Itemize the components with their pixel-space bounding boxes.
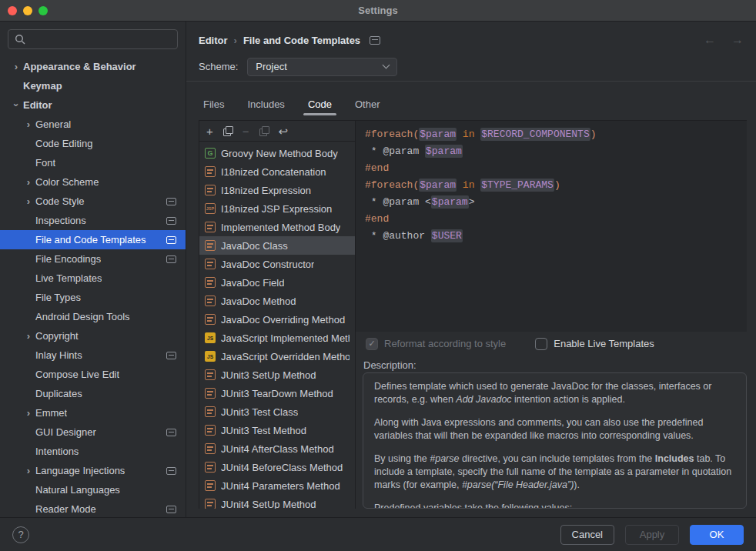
sidebar-item-appearance-behavior[interactable]: ›Appearance & Behavior — [0, 57, 186, 76]
scheme-select[interactable]: Project — [247, 58, 397, 76]
sidebar-item-label: Keymap — [23, 80, 62, 92]
template-item-junit4-beforeclass-method[interactable]: JUnit4 BeforeClass Method — [199, 458, 355, 476]
sidebar-item-code-editing[interactable]: Code Editing — [0, 134, 186, 153]
sidebar-item-color-scheme[interactable]: ›Color Scheme — [0, 172, 186, 192]
sidebar-item-duplicates[interactable]: Duplicates — [0, 384, 186, 403]
sidebar-item-label: Inspections — [35, 215, 86, 226]
sidebar-item-inspections[interactable]: Inspections — [0, 211, 186, 230]
chevron-down-icon[interactable]: › — [12, 99, 22, 112]
chevron-right-icon[interactable]: › — [9, 62, 23, 72]
template-item-javadoc-constructor[interactable]: JavaDoc Constructor — [199, 255, 355, 273]
reset-to-default-button[interactable]: ↩ — [279, 125, 289, 137]
scheme-label: Scheme: — [199, 61, 238, 72]
template-editor[interactable]: #foreach($param in $RECORD_COMPONENTS) *… — [356, 121, 747, 332]
template-item-label: JavaDoc Method — [221, 296, 296, 307]
sidebar-item-natural-languages[interactable]: Natural Languages — [0, 480, 186, 499]
screen-icon — [166, 429, 176, 436]
sidebar-item-reader-mode[interactable]: Reader Mode — [0, 499, 186, 517]
sidebar-item-inlay-hints[interactable]: Inlay Hints — [0, 346, 186, 365]
template-item-javascript-overridden-method[interactable]: JSJavaScript Overridden Method — [199, 347, 355, 366]
template-item-javadoc-overriding-method[interactable]: JavaDoc Overriding Method — [199, 310, 355, 329]
apply-button[interactable]: Apply — [625, 525, 679, 545]
search-icon — [15, 34, 25, 45]
ok-button[interactable]: OK — [690, 525, 744, 545]
template-item-junit3-test-method[interactable]: JUnit3 Test Method — [199, 421, 355, 439]
reformat-label[interactable]: Reformat according to style — [384, 338, 506, 349]
back-arrow-icon[interactable]: ← — [704, 33, 716, 47]
tab-other[interactable]: Other — [350, 99, 385, 120]
sidebar-item-copyright[interactable]: ›Copyright — [0, 326, 186, 346]
sidebar-item-compose-live-edit[interactable]: Compose Live Edit — [0, 365, 186, 384]
close-window-button[interactable] — [8, 6, 17, 15]
sidebar-item-language-injections[interactable]: ›Language Injections — [0, 461, 186, 480]
template-item-junit3-setup-method[interactable]: JUnit3 SetUp Method — [199, 366, 355, 384]
template-item-label: JavaScript Implemented Method — [221, 332, 350, 344]
remove-template-button[interactable]: − — [243, 125, 249, 137]
copy-template-button[interactable] — [223, 126, 232, 135]
chevron-right-icon[interactable]: › — [22, 119, 35, 129]
sidebar-item-file-types[interactable]: File Types — [0, 288, 186, 307]
add-template-button[interactable]: + — [206, 125, 213, 137]
template-item-label: Groovy New Method Body — [221, 148, 338, 159]
template-file-icon — [205, 480, 216, 491]
sidebar-item-emmet[interactable]: ›Emmet — [0, 403, 186, 422]
template-item-javascript-implemented-method[interactable]: JSJavaScript Implemented Method — [199, 329, 355, 347]
forward-arrow-icon[interactable]: → — [731, 33, 744, 47]
sidebar-item-live-templates[interactable]: Live Templates — [0, 269, 186, 288]
tab-files[interactable]: Files — [199, 99, 229, 120]
screen-icon — [166, 352, 176, 359]
tab-includes[interactable]: Includes — [243, 99, 289, 120]
reformat-checkbox[interactable]: ✓ — [366, 338, 378, 350]
template-item-groovy-new-method-body[interactable]: GGroovy New Method Body — [199, 144, 355, 162]
template-item-javadoc-field[interactable]: JavaDoc Field — [199, 273, 355, 292]
template-item-junit4-parameters-method[interactable]: JUnit4 Parameters Method — [199, 476, 355, 495]
cancel-button[interactable]: Cancel — [560, 525, 614, 545]
template-item-javadoc-method[interactable]: JavaDoc Method — [199, 292, 355, 310]
template-file-icon — [205, 388, 216, 399]
template-item-i18nized-jsp-expression[interactable]: JSPI18nized JSP Expression — [199, 199, 355, 218]
sidebar-item-keymap[interactable]: Keymap — [0, 76, 186, 95]
live-templates-label[interactable]: Enable Live Templates — [554, 338, 654, 349]
code-line: * @param $param — [365, 143, 739, 160]
chevron-right-icon[interactable]: › — [22, 177, 35, 187]
sidebar-item-general[interactable]: ›General — [0, 115, 186, 134]
template-item-label: JUnit3 TearDown Method — [221, 388, 333, 399]
template-item-implemented-method-body[interactable]: Implemented Method Body — [199, 218, 355, 236]
template-item-i18nized-expression[interactable]: I18nized Expression — [199, 181, 355, 199]
minimize-window-button[interactable] — [23, 6, 32, 15]
template-file-icon — [205, 259, 216, 269]
template-item-junit3-teardown-method[interactable]: JUnit3 TearDown Method — [199, 384, 355, 402]
breadcrumb-editor[interactable]: Editor — [199, 35, 228, 46]
tab-code[interactable]: Code — [303, 99, 336, 120]
sidebar-item-editor[interactable]: ›Editor — [0, 95, 186, 115]
live-templates-checkbox[interactable] — [535, 338, 547, 350]
template-item-label: JavaDoc Constructor — [221, 259, 314, 270]
sidebar-item-code-style[interactable]: ›Code Style — [0, 192, 186, 211]
chevron-right-icon[interactable]: › — [22, 466, 35, 476]
zoom-window-button[interactable] — [38, 6, 48, 15]
template-item-i18nized-concatenation[interactable]: I18nized Concatenation — [199, 162, 355, 181]
chevron-right-icon[interactable]: › — [22, 408, 35, 418]
sidebar-item-intentions[interactable]: Intentions — [0, 442, 186, 461]
chevron-right-icon[interactable]: › — [22, 331, 35, 341]
template-item-junit4-afterclass-method[interactable]: JUnit4 AfterClass Method — [199, 439, 355, 458]
sidebar-item-file-encodings[interactable]: File Encodings — [0, 249, 186, 269]
template-item-label: JavaDoc Class — [221, 240, 288, 252]
sidebar-item-android-design-tools[interactable]: Android Design Tools — [0, 307, 186, 326]
sidebar-item-gui-designer[interactable]: GUI Designer — [0, 422, 186, 442]
sidebar-item-file-and-code-templates[interactable]: File and Code Templates — [0, 230, 186, 249]
template-item-junit3-test-class[interactable]: JUnit3 Test Class — [199, 402, 355, 421]
template-file-icon — [205, 462, 216, 473]
settings-search-box[interactable] — [8, 29, 178, 49]
sidebar-item-font[interactable]: Font — [0, 153, 186, 172]
template-item-javadoc-class[interactable]: JavaDoc Class — [199, 236, 355, 255]
template-file-icon — [205, 222, 216, 232]
help-button[interactable]: ? — [12, 526, 29, 543]
search-input[interactable] — [30, 34, 171, 45]
code-line: #foreach($param in $TYPE_PARAMS) — [365, 177, 739, 194]
duplicate-template-button[interactable] — [259, 126, 269, 135]
sidebar-item-label: Code Style — [35, 195, 85, 207]
description-paragraph: Defines template which used to generate … — [374, 380, 735, 406]
template-item-junit4-setup-method[interactable]: JUnit4 SetUp Method — [199, 495, 355, 509]
chevron-right-icon[interactable]: › — [22, 196, 35, 206]
